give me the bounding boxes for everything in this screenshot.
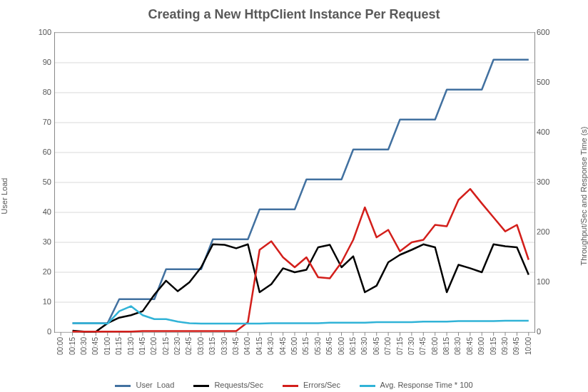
x-tick-label: 05:00 (290, 337, 298, 355)
chart-title: Creating a New HttpClient Instance Per R… (0, 7, 588, 22)
x-tick-label: 00:45 (91, 337, 99, 355)
y-tick-left: 0 (47, 327, 51, 336)
legend-swatch-errors (283, 385, 298, 387)
y-tick-left: 10 (43, 297, 51, 306)
x-tick-label: 02:15 (161, 337, 169, 355)
x-tick-label: 01:45 (138, 337, 146, 355)
legend-item-errors: Errors/Sec (283, 381, 340, 389)
x-tick-label: 01:15 (115, 337, 123, 355)
legend-item-user-load: User Load (115, 381, 174, 389)
x-tick-label: 03:15 (208, 337, 216, 355)
x-tick-label: 03:45 (232, 337, 240, 355)
x-tick-label: 07:45 (419, 337, 427, 355)
x-tick-label: 00:00 (56, 337, 64, 355)
x-tick-label: 00:15 (68, 337, 76, 355)
x-tick-label: 08:00 (430, 337, 438, 355)
chart-container: Creating a New HttpClient Instance Per R… (0, 0, 588, 392)
y-tick-right: 400 (537, 128, 549, 136)
x-tick-label: 01:00 (103, 337, 111, 355)
series-line (73, 244, 529, 332)
legend-item-requests: Requests/Sec (193, 381, 263, 389)
x-tick-label: 02:30 (173, 337, 181, 355)
y-tick-left: 90 (43, 58, 51, 66)
x-tick-label: 01:30 (126, 337, 134, 355)
x-tick-label: 05:45 (325, 337, 333, 355)
x-tick-label: 06:45 (372, 337, 380, 355)
y-tick-left: 50 (43, 177, 51, 186)
x-tick-label: 00:30 (79, 337, 87, 355)
x-tick-label: 08:30 (454, 337, 462, 355)
x-tick-label: 06:00 (337, 337, 345, 355)
x-tick-label: 08:45 (465, 337, 473, 355)
x-tick-label: 05:30 (313, 337, 321, 355)
y-tick-right: 300 (537, 177, 549, 186)
y-tick-left: 70 (43, 118, 51, 126)
y-axis-left-label: User Load (0, 178, 9, 215)
x-tick-label: 09:30 (501, 337, 509, 355)
x-tick-label: 04:30 (267, 337, 275, 355)
series-line (73, 306, 529, 324)
x-tick-label: 10:00 (524, 337, 532, 355)
x-tick-label: 04:15 (255, 337, 263, 355)
legend-item-response-time: Avg. Response Time * 100 (360, 381, 473, 389)
legend-label: Errors/Sec (303, 381, 340, 389)
plot-svg (55, 33, 534, 332)
x-tick-label: 09:00 (477, 337, 485, 355)
y-tick-left: 20 (43, 267, 51, 276)
series-line (73, 189, 529, 331)
y-tick-right: 0 (537, 327, 541, 336)
y-tick-right: 200 (537, 227, 549, 236)
x-tick-label: 02:45 (185, 337, 193, 355)
y-tick-right: 600 (537, 28, 549, 36)
plot-area (54, 32, 535, 333)
legend-label: Avg. Response Time * 100 (380, 381, 473, 389)
x-tick-label: 04:00 (243, 337, 251, 355)
x-tick-label: 09:15 (489, 337, 497, 355)
y-tick-left: 30 (43, 237, 51, 246)
y-axis-right-label: Throughput/Sec and Response Time (s) (579, 126, 588, 265)
series-line (73, 60, 529, 324)
y-tick-left: 60 (43, 148, 51, 156)
x-tick-label: 08:15 (442, 337, 450, 355)
y-tick-left: 40 (43, 207, 51, 216)
y-tick-left: 100 (39, 28, 51, 36)
x-tick-label: 04:45 (278, 337, 286, 355)
legend-label: Requests/Sec (214, 381, 263, 389)
legend-swatch-response-time (360, 385, 375, 387)
x-tick-label: 02:00 (150, 337, 158, 355)
x-tick-label: 06:30 (360, 337, 368, 355)
legend: User Load Requests/Sec Errors/Sec Avg. R… (0, 381, 588, 389)
x-tick-label: 03:00 (196, 337, 204, 355)
x-tick-label: 06:15 (348, 337, 356, 355)
y-tick-left: 80 (43, 88, 51, 96)
y-tick-right: 500 (537, 78, 549, 86)
x-tick-label: 05:15 (302, 337, 310, 355)
x-tick-label: 07:00 (384, 337, 392, 355)
legend-swatch-user-load (115, 385, 131, 387)
x-tick-label: 03:30 (220, 337, 228, 355)
legend-label: User Load (136, 381, 174, 389)
x-tick-label: 07:30 (407, 337, 415, 355)
y-tick-right: 100 (537, 277, 549, 286)
x-tick-label: 07:15 (395, 337, 403, 355)
legend-swatch-requests (193, 385, 209, 387)
x-tick-label: 09:45 (512, 337, 520, 355)
